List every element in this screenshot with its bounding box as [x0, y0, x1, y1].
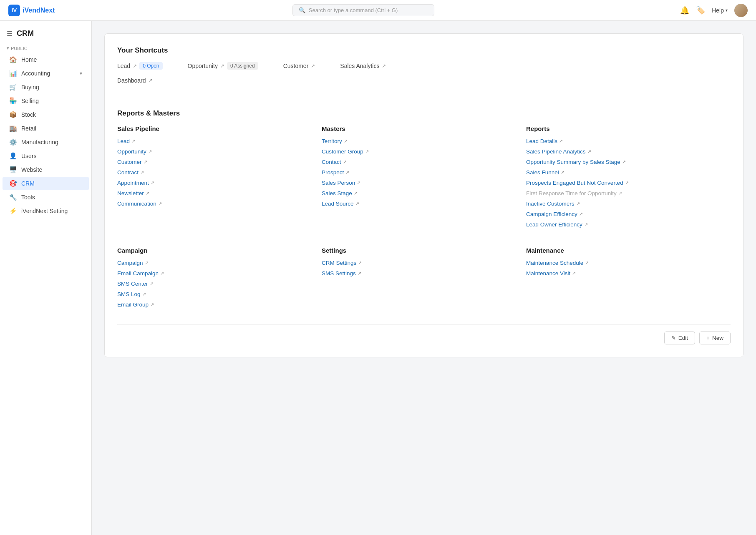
sales-person-link[interactable]: Sales Person: [322, 180, 355, 186]
sidebar-item-label: iVendNext Setting: [21, 208, 82, 214]
shortcut-sales-analytics-label[interactable]: Sales Analytics: [340, 63, 379, 69]
maintenance-column: Maintenance Maintenance Schedule ↗ Maint…: [526, 247, 731, 312]
reports-masters-title: Reports & Masters: [117, 109, 731, 118]
newsletter-link[interactable]: Newsletter: [117, 190, 144, 196]
brand-name: iVendNext: [23, 7, 55, 14]
opportunity-summary-link[interactable]: Opportunity Summary by Sales Stage: [526, 159, 620, 165]
campaign-efficiency-link[interactable]: Campaign Efficiency: [526, 211, 577, 217]
rm-link-crm-settings: CRM Settings ↗: [322, 260, 518, 266]
shortcut-opportunity-arrow-icon: ↗: [220, 63, 224, 69]
rm-link-email-group: Email Group ↗: [117, 301, 313, 308]
shortcut-customer-label[interactable]: Customer: [283, 63, 309, 69]
rm-link-opportunity-summary: Opportunity Summary by Sales Stage ↗: [526, 159, 722, 165]
sidebar-title: CRM: [17, 29, 34, 38]
avatar[interactable]: [734, 4, 748, 17]
shortcut-dashboard-label[interactable]: Dashboard: [117, 77, 146, 84]
customer-link[interactable]: Customer: [117, 159, 142, 165]
link-arrow-icon: ↗: [150, 302, 154, 307]
opportunity-link[interactable]: Opportunity: [117, 148, 146, 155]
link-arrow-icon: ↗: [142, 291, 146, 297]
lead-details-link[interactable]: Lead Details: [526, 138, 557, 144]
sidebar-item-users[interactable]: 👤 Users: [3, 149, 89, 163]
search-icon: 🔍: [299, 7, 305, 13]
communication-link[interactable]: Communication: [117, 201, 156, 207]
masters-column: Masters Territory ↗ Customer Group ↗ Con…: [322, 125, 526, 232]
inactive-customers-link[interactable]: Inactive Customers: [526, 201, 575, 207]
rm-link-appointment: Appointment ↗: [117, 180, 313, 186]
shortcut-opportunity: Opportunity ↗ 0 Assigned: [188, 62, 258, 70]
shortcuts-section: Your Shortcuts Lead ↗ 0 Open Opportunity…: [117, 46, 731, 89]
chevron-right-icon: ▾: [80, 70, 82, 76]
help-button[interactable]: Help ▾: [712, 7, 728, 14]
link-arrow-icon: ↗: [343, 159, 347, 165]
sidebar-item-buying[interactable]: 🛒 Buying: [3, 80, 89, 94]
stock-icon: 📦: [9, 111, 17, 118]
notification-icon[interactable]: 🔔: [680, 6, 689, 15]
link-arrow-icon: ↗: [358, 271, 361, 276]
lead-owner-efficiency-link[interactable]: Lead Owner Efficiency: [526, 221, 582, 228]
shortcut-sales-analytics-arrow-icon: ↗: [382, 63, 386, 69]
sms-settings-link[interactable]: SMS Settings: [322, 270, 356, 276]
sidebar-item-label: Website: [21, 166, 82, 173]
new-button[interactable]: + New: [699, 332, 731, 344]
prospects-engaged-link[interactable]: Prospects Engaged But Not Converted: [526, 180, 623, 186]
sidebar-item-manufacturing[interactable]: ⚙️ Manufacturing: [3, 136, 89, 149]
contract-link[interactable]: Contract: [117, 169, 139, 176]
reports-masters-grid: Sales Pipeline Lead ↗ Opportunity ↗ Cust…: [117, 125, 731, 232]
rm-link-customer-group: Customer Group ↗: [322, 148, 518, 155]
first-response-time-link[interactable]: First Response Time for Opportunity: [526, 190, 617, 196]
search-box[interactable]: 🔍 Search or type a command (Ctrl + G): [292, 4, 434, 16]
contact-link[interactable]: Contact: [322, 159, 341, 165]
tag-icon[interactable]: 🏷️: [696, 6, 705, 15]
link-arrow-icon: ↗: [354, 191, 358, 196]
appointment-link[interactable]: Appointment: [117, 180, 149, 186]
crm-settings-link[interactable]: CRM Settings: [322, 260, 356, 266]
shortcuts-row: Lead ↗ 0 Open Opportunity ↗ 0 Assigned C…: [117, 62, 731, 75]
rm-link-territory: Territory ↗: [322, 138, 518, 144]
sidebar-item-tools[interactable]: 🔧 Tools: [3, 191, 89, 204]
link-arrow-icon: ↗: [131, 138, 135, 144]
new-label: New: [712, 335, 723, 341]
sidebar-item-ivendnext-setting[interactable]: ⚡ iVendNext Setting: [3, 204, 89, 218]
email-group-link[interactable]: Email Group: [117, 301, 149, 308]
rm-link-email-campaign: Email Campaign ↗: [117, 270, 313, 276]
customer-group-link[interactable]: Customer Group: [322, 148, 363, 155]
sidebar-item-home[interactable]: 🏠 Home: [3, 53, 89, 66]
edit-button[interactable]: ✎ Edit: [664, 332, 695, 344]
brand-link[interactable]: iV iVendNext: [8, 5, 55, 16]
sidebar-item-crm[interactable]: 🎯 CRM: [3, 177, 89, 190]
sms-center-link[interactable]: SMS Center: [117, 281, 148, 287]
email-campaign-link[interactable]: Email Campaign: [117, 270, 159, 276]
lead-source-link[interactable]: Lead Source: [322, 201, 354, 207]
sidebar-item-label: Accounting: [21, 70, 76, 77]
link-arrow-icon: ↗: [344, 138, 348, 144]
manufacturing-icon: ⚙️: [9, 138, 17, 146]
chevron-down-icon: ▾: [7, 45, 9, 51]
lead-link[interactable]: Lead: [117, 138, 130, 144]
maintenance-visit-link[interactable]: Maintenance Visit: [526, 270, 570, 276]
sidebar-item-selling[interactable]: 🏪 Selling: [3, 94, 89, 108]
sidebar-item-stock[interactable]: 📦 Stock: [3, 108, 89, 121]
link-arrow-icon: ↗: [357, 180, 360, 186]
sidebar-item-retail[interactable]: 🏬 Retail: [3, 122, 89, 135]
sales-stage-link[interactable]: Sales Stage: [322, 190, 352, 196]
maintenance-schedule-link[interactable]: Maintenance Schedule: [526, 260, 583, 266]
campaign-title: Campaign: [117, 247, 313, 254]
sales-pipeline-analytics-link[interactable]: Sales Pipeline Analytics: [526, 148, 586, 155]
prospect-link[interactable]: Prospect: [322, 169, 344, 176]
sidebar-header: ☰ CRM: [0, 26, 91, 43]
campaign-link[interactable]: Campaign: [117, 260, 143, 266]
sales-funnel-link[interactable]: Sales Funnel: [526, 169, 559, 176]
rm-link-lead-owner-efficiency: Lead Owner Efficiency ↗: [526, 221, 722, 228]
shortcut-opportunity-label[interactable]: Opportunity: [188, 63, 218, 69]
hamburger-icon[interactable]: ☰: [7, 30, 13, 38]
rm-link-campaign-efficiency: Campaign Efficiency ↗: [526, 211, 722, 217]
shortcut-lead-arrow-icon: ↗: [133, 63, 137, 69]
rm-link-sms-log: SMS Log ↗: [117, 291, 313, 297]
sms-log-link[interactable]: SMS Log: [117, 291, 141, 297]
shortcut-lead-label[interactable]: Lead: [117, 63, 130, 69]
sidebar-item-website[interactable]: 🖥️ Website: [3, 163, 89, 176]
sidebar-item-accounting[interactable]: 📊 Accounting ▾: [3, 67, 89, 80]
territory-link[interactable]: Territory: [322, 138, 342, 144]
search-container: 🔍 Search or type a command (Ctrl + G): [292, 4, 434, 16]
